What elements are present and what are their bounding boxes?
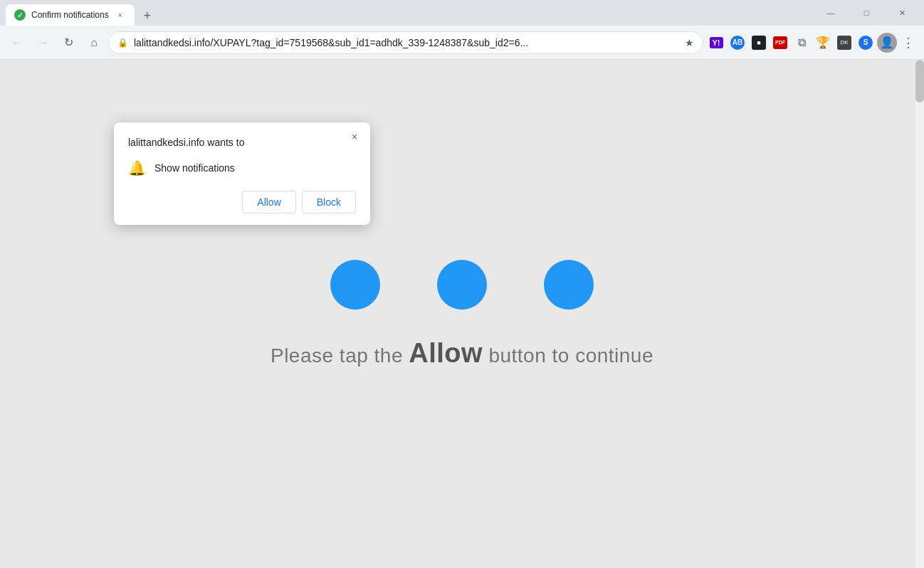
address-bar[interactable]: 🔒 lalittandkedsi.info/XUPAYL?tag_id=7519…: [108, 31, 703, 54]
refresh-button[interactable]: ↻: [57, 31, 80, 54]
extensions-icon[interactable]: ⧉: [792, 33, 812, 53]
dot-1: [330, 260, 380, 310]
address-text: lalittandkedsi.info/XUPAYL?tag_id=751956…: [134, 37, 679, 48]
tab-close-button[interactable]: ×: [115, 9, 126, 21]
title-bar: ✓ Confirm notifications × + — □ ✕: [0, 0, 924, 26]
scrollbar-thumb[interactable]: [915, 60, 924, 102]
browser-window: ✓ Confirm notifications × + — □ ✕ ← → ↻ …: [0, 0, 924, 568]
popup-title: lalittandkedsi.info wants to: [128, 137, 356, 148]
page-body: Please tap the Allow button to continue: [271, 260, 653, 369]
lock-icon: 🔒: [117, 38, 128, 48]
new-tab-button[interactable]: +: [137, 6, 157, 26]
popup-buttons: Allow Block: [128, 191, 356, 214]
popup-permission: 🔔 Show notifications: [128, 159, 356, 177]
home-button[interactable]: ⌂: [83, 31, 105, 54]
yahoo-extension-icon[interactable]: Y!: [706, 33, 726, 53]
dark2-extension-icon[interactable]: DK: [834, 33, 854, 53]
nav-bar: ← → ↻ ⌂ 🔒 lalittandkedsi.info/XUPAYL?tag…: [0, 26, 924, 60]
window-controls: — □ ✕: [814, 2, 918, 23]
permission-text: Show notifications: [154, 162, 235, 174]
page-content: × lalittandkedsi.info wants to 🔔 Show no…: [0, 60, 924, 568]
toolbar-icons: Y! AB ■ PDF ⧉ 🏆 DK: [706, 33, 918, 53]
s-extension-icon[interactable]: S: [856, 33, 876, 53]
bookmark-icon[interactable]: ★: [685, 37, 694, 48]
block-button[interactable]: Block: [302, 191, 356, 214]
scrollbar-track[interactable]: [915, 60, 924, 568]
back-button[interactable]: ←: [6, 31, 28, 54]
pdf-extension-icon[interactable]: PDF: [770, 33, 790, 53]
tab-strip: ✓ Confirm notifications × +: [6, 0, 814, 26]
tab-favicon: ✓: [14, 9, 26, 21]
maximize-button[interactable]: □: [850, 2, 883, 23]
allow-button[interactable]: Allow: [242, 191, 295, 214]
bell-icon: 🔔: [128, 159, 146, 177]
active-tab[interactable]: ✓ Confirm notifications ×: [6, 4, 135, 26]
goblet-extension-icon[interactable]: 🏆: [813, 33, 833, 53]
dots-row: [330, 260, 594, 310]
dot-2: [437, 260, 487, 310]
popup-close-button[interactable]: ×: [346, 128, 363, 145]
dark-extension-icon[interactable]: ■: [749, 33, 769, 53]
minimize-button[interactable]: —: [814, 2, 847, 23]
profile-icon[interactable]: 👤: [877, 33, 897, 53]
cta-text: Please tap the Allow button to continue: [271, 338, 653, 369]
forward-button[interactable]: →: [31, 31, 54, 54]
notification-popup: × lalittandkedsi.info wants to 🔔 Show no…: [114, 122, 370, 225]
browser-menu-button[interactable]: ⋮: [898, 33, 918, 53]
window-close-button[interactable]: ✕: [886, 2, 918, 23]
tab-title: Confirm notifications: [31, 10, 109, 20]
adblocker-extension-icon[interactable]: AB: [728, 33, 747, 53]
dot-3: [544, 260, 594, 310]
